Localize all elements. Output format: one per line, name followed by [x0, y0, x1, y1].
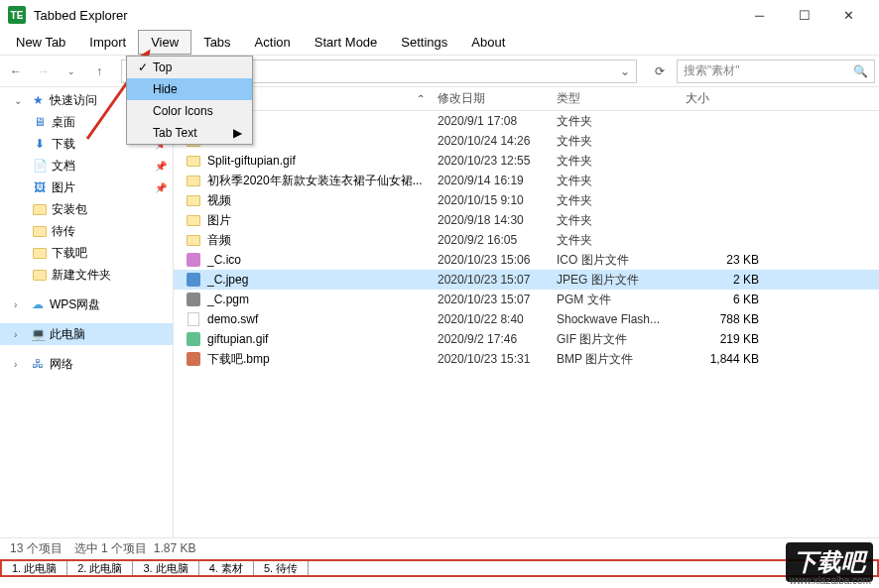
back-button[interactable]: ← [4, 59, 28, 83]
status-selected: 选中 1 个项目 1.87 KB [74, 540, 196, 557]
file-type: 文件夹 [551, 133, 680, 150]
file-type: 文件夹 [551, 232, 680, 249]
header-type[interactable]: 类型 [551, 87, 680, 110]
sidebar-pictures[interactable]: 🖼图片📌 [0, 176, 173, 198]
address-dropdown-icon[interactable]: ⌄ [620, 64, 630, 78]
dropdown-item-color-icons[interactable]: Color Icons [127, 100, 252, 122]
dropdown-item-hide[interactable]: Hide [127, 78, 252, 100]
file-type: ICO 图片文件 [551, 252, 680, 269]
file-name: 音频 [207, 232, 231, 249]
folder-icon [32, 223, 48, 239]
file-name: giftupian.gif [207, 332, 268, 346]
sidebar-daichuan[interactable]: 待传 [0, 220, 173, 242]
pc-icon: 💻 [30, 326, 46, 342]
tab-2[interactable]: 2. 此电脑 [67, 561, 133, 575]
file-type: 文件夹 [551, 113, 680, 130]
menu-tabs[interactable]: Tabs [191, 30, 242, 55]
dropdown-label: Top [153, 60, 172, 74]
file-size: 2 KB [680, 273, 779, 287]
file-row[interactable]: 下载吧.bmp2020/10/23 15:31BMP 图片文件1,844 KB [174, 349, 879, 369]
file-row[interactable]: 8502020/9/1 17:08文件夹 [174, 111, 879, 131]
menu-new-tab[interactable]: New Tab [4, 30, 77, 55]
tab-3[interactable]: 3. 此电脑 [133, 561, 198, 575]
file-date: 2020/10/23 15:06 [432, 253, 551, 267]
status-bar: 13 个项目 选中 1 个项目 1.87 KB [0, 537, 879, 559]
window-title: Tabbed Explorer [34, 8, 128, 23]
menu-import[interactable]: Import [77, 30, 138, 55]
column-headers: 名称⌃ 修改日期 类型 大小 [174, 87, 879, 111]
tab-4[interactable]: 4. 素材 [199, 561, 254, 575]
sidebar-xiazaiba[interactable]: 下载吧 [0, 242, 173, 264]
file-rows: 8502020/9/1 17:08文件夹bIMG2020/10/24 14:26… [174, 111, 879, 537]
up-button[interactable]: ↑ [87, 59, 111, 83]
search-icon[interactable]: 🔍 [853, 64, 868, 78]
file-name: 视频 [207, 192, 231, 209]
file-row[interactable]: _C.pgm2020/10/23 15:07PGM 文件6 KB [174, 290, 879, 309]
search-placeholder: 搜索"素材" [684, 62, 740, 79]
file-row[interactable]: 音频2020/9/2 16:05文件夹 [174, 230, 879, 250]
sidebar-anzhuangbao[interactable]: 安装包 [0, 198, 173, 220]
file-date: 2020/10/23 12:55 [432, 154, 551, 168]
dropdown-label: Color Icons [153, 104, 213, 118]
tab-1[interactable]: 1. 此电脑 [2, 561, 67, 575]
file-size: 788 KB [680, 312, 779, 326]
menu-about[interactable]: About [459, 30, 517, 55]
menu-start-mode[interactable]: Start Mode [303, 30, 390, 55]
file-date: 2020/10/15 9:10 [432, 193, 551, 207]
file-type: 文件夹 [551, 212, 680, 229]
forward-button[interactable]: → [32, 59, 56, 83]
star-icon: ★ [30, 92, 46, 108]
tab-5[interactable]: 5. 待传 [254, 561, 309, 575]
sidebar-documents[interactable]: 📄文档📌 [0, 155, 173, 176]
file-row[interactable]: 图片2020/9/18 14:30文件夹 [174, 210, 879, 230]
search-input[interactable]: 搜索"素材" 🔍 [677, 59, 875, 83]
file-row[interactable]: _C.ico2020/10/23 15:06ICO 图片文件23 KB [174, 250, 879, 270]
file-row[interactable]: demo.swf2020/10/22 8:40Shockwave Flash..… [174, 309, 879, 329]
file-icon [186, 153, 201, 169]
file-row[interactable]: giftupian.gif2020/9/2 17:46GIF 图片文件219 K… [174, 329, 879, 349]
file-size: 1,844 KB [680, 352, 779, 366]
file-type: 文件夹 [551, 173, 680, 189]
file-type: BMP 图片文件 [551, 351, 680, 368]
sidebar-xinjian[interactable]: 新建文件夹 [0, 264, 173, 286]
dropdown-item-tab-text[interactable]: Tab Text ▶ [127, 122, 252, 144]
file-type: PGM 文件 [551, 292, 680, 308]
cloud-icon: ☁ [30, 296, 46, 312]
sidebar-this-pc[interactable]: ›💻此电脑 [0, 323, 173, 345]
file-row[interactable]: bIMG2020/10/24 14:26文件夹 [174, 131, 879, 151]
submenu-arrow-icon: ▶ [233, 126, 246, 140]
recent-dropdown[interactable]: ⌄ [60, 59, 83, 83]
file-date: 2020/9/14 16:19 [432, 174, 551, 187]
sort-asc-icon: ⌃ [417, 93, 425, 104]
tab-strip: 1. 此电脑 2. 此电脑 3. 此电脑 4. 素材 5. 待传 [0, 559, 879, 577]
menu-action[interactable]: Action [243, 30, 303, 55]
maximize-button[interactable]: ☐ [782, 1, 826, 29]
file-date: 2020/10/23 15:31 [432, 352, 551, 366]
downloads-icon: ⬇ [32, 136, 48, 152]
file-icon [186, 173, 201, 188]
titlebar: TE Tabbed Explorer ─ ☐ ✕ [0, 0, 879, 30]
file-size: 219 KB [680, 332, 779, 346]
menubar: New Tab Import View Tabs Action Start Mo… [0, 30, 879, 56]
dropdown-item-top[interactable]: ✓ Top [127, 57, 252, 78]
file-icon [186, 212, 201, 228]
sidebar-network[interactable]: ›🖧网络 [0, 353, 173, 375]
menu-settings[interactable]: Settings [389, 30, 459, 55]
header-size[interactable]: 大小 [680, 87, 779, 110]
file-row[interactable]: 初秋季2020年新款女装连衣裙子仙女裙...2020/9/14 16:19文件夹 [174, 171, 879, 190]
header-date[interactable]: 修改日期 [432, 87, 551, 110]
dropdown-label: Hide [153, 82, 178, 96]
refresh-button[interactable]: ⟳ [647, 59, 673, 83]
watermark-url: www.xiazaiba.com [790, 575, 871, 586]
close-button[interactable]: ✕ [826, 1, 871, 29]
menu-view[interactable]: View [138, 30, 191, 55]
sidebar-wps[interactable]: ›☁WPS网盘 [0, 294, 173, 315]
check-icon: ✓ [133, 60, 153, 74]
pin-icon: 📌 [155, 161, 167, 172]
file-row[interactable]: 视频2020/10/15 9:10文件夹 [174, 190, 879, 210]
file-row[interactable]: Split-giftupian.gif2020/10/23 12:55文件夹 [174, 151, 879, 171]
file-type: GIF 图片文件 [551, 331, 680, 348]
minimize-button[interactable]: ─ [737, 1, 782, 29]
file-icon [186, 192, 201, 208]
file-row[interactable]: _C.jpeg2020/10/23 15:07JPEG 图片文件2 KB [174, 270, 879, 290]
